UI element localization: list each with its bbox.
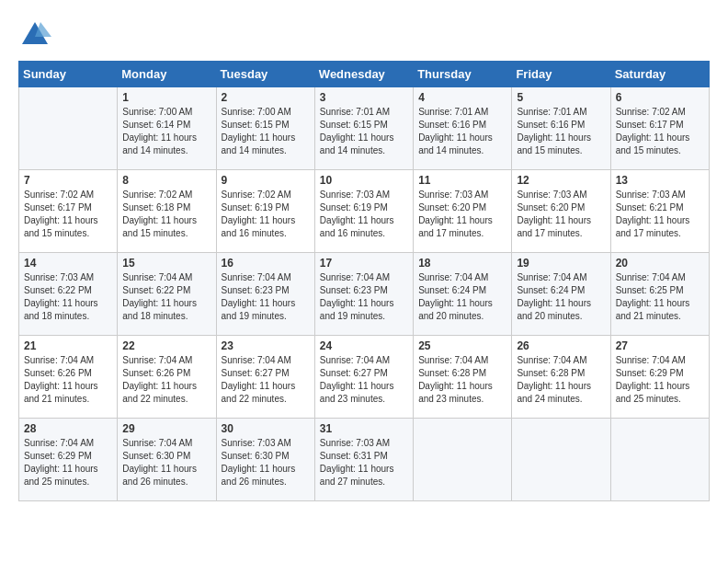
calendar-cell (414, 419, 512, 501)
calendar-cell: 16Sunrise: 7:04 AMSunset: 6:23 PMDayligh… (216, 253, 314, 336)
calendar-cell: 19Sunrise: 7:04 AMSunset: 6:24 PMDayligh… (512, 253, 610, 336)
day-number: 22 (122, 339, 210, 352)
calendar-cell: 15Sunrise: 7:04 AMSunset: 6:22 PMDayligh… (118, 253, 216, 336)
day-number: 20 (616, 257, 704, 270)
calendar-cell: 4Sunrise: 7:01 AMSunset: 6:16 PMDaylight… (414, 87, 512, 170)
day-number: 30 (222, 422, 310, 435)
day-number: 7 (24, 174, 112, 187)
calendar-cell: 11Sunrise: 7:03 AMSunset: 6:20 PMDayligh… (414, 170, 512, 253)
week-row-5: 28Sunrise: 7:04 AMSunset: 6:29 PMDayligh… (19, 419, 710, 501)
day-info: Sunrise: 7:04 AMSunset: 6:25 PMDaylight:… (616, 271, 704, 323)
calendar-cell: 9Sunrise: 7:02 AMSunset: 6:19 PMDaylight… (216, 170, 314, 253)
day-number: 19 (517, 257, 605, 270)
day-number: 23 (222, 339, 310, 352)
day-number: 2 (222, 91, 310, 104)
day-info: Sunrise: 7:03 AMSunset: 6:21 PMDaylight:… (616, 189, 704, 240)
day-number: 17 (320, 257, 408, 270)
day-number: 9 (222, 174, 310, 187)
day-number: 27 (616, 339, 704, 352)
calendar-cell: 5Sunrise: 7:01 AMSunset: 6:16 PMDaylight… (512, 87, 610, 170)
day-info: Sunrise: 7:00 AMSunset: 6:14 PMDaylight:… (122, 106, 210, 157)
logo-icon (18, 18, 51, 52)
day-number: 21 (24, 339, 112, 352)
calendar-cell: 20Sunrise: 7:04 AMSunset: 6:25 PMDayligh… (610, 253, 709, 336)
day-number: 14 (24, 257, 112, 270)
calendar-cell: 10Sunrise: 7:03 AMSunset: 6:19 PMDayligh… (314, 170, 413, 253)
col-header-sunday: Sunday (19, 62, 118, 87)
day-info: Sunrise: 7:04 AMSunset: 6:22 PMDaylight:… (122, 271, 210, 323)
day-number: 28 (24, 422, 112, 435)
day-info: Sunrise: 7:02 AMSunset: 6:17 PMDaylight:… (24, 189, 112, 240)
day-info: Sunrise: 7:02 AMSunset: 6:18 PMDaylight:… (122, 189, 210, 240)
calendar-cell: 31Sunrise: 7:03 AMSunset: 6:31 PMDayligh… (314, 419, 413, 501)
day-info: Sunrise: 7:03 AMSunset: 6:20 PMDaylight:… (418, 189, 506, 240)
calendar-cell: 26Sunrise: 7:04 AMSunset: 6:28 PMDayligh… (512, 336, 610, 419)
calendar-cell (610, 419, 709, 501)
day-number: 11 (418, 174, 506, 187)
day-info: Sunrise: 7:03 AMSunset: 6:19 PMDaylight:… (320, 189, 408, 240)
calendar-cell: 29Sunrise: 7:04 AMSunset: 6:30 PMDayligh… (118, 419, 216, 501)
page-header (18, 18, 710, 52)
day-info: Sunrise: 7:03 AMSunset: 6:20 PMDaylight:… (517, 189, 605, 240)
col-header-monday: Monday (118, 62, 216, 87)
day-number: 8 (122, 174, 210, 187)
day-number: 4 (418, 91, 506, 104)
calendar-cell: 25Sunrise: 7:04 AMSunset: 6:28 PMDayligh… (414, 336, 512, 419)
day-info: Sunrise: 7:04 AMSunset: 6:27 PMDaylight:… (222, 354, 310, 406)
day-number: 1 (122, 91, 210, 104)
day-number: 18 (418, 257, 506, 270)
day-info: Sunrise: 7:00 AMSunset: 6:15 PMDaylight:… (222, 106, 310, 157)
calendar-cell: 12Sunrise: 7:03 AMSunset: 6:20 PMDayligh… (512, 170, 610, 253)
day-info: Sunrise: 7:01 AMSunset: 6:16 PMDaylight:… (418, 106, 506, 157)
col-header-tuesday: Tuesday (216, 62, 314, 87)
day-number: 15 (122, 257, 210, 270)
col-header-thursday: Thursday (414, 62, 512, 87)
day-number: 31 (320, 422, 408, 435)
day-info: Sunrise: 7:04 AMSunset: 6:26 PMDaylight:… (24, 354, 112, 406)
day-info: Sunrise: 7:03 AMSunset: 6:30 PMDaylight:… (222, 437, 310, 488)
calendar-cell: 13Sunrise: 7:03 AMSunset: 6:21 PMDayligh… (610, 170, 709, 253)
day-number: 12 (517, 174, 605, 187)
calendar-cell: 17Sunrise: 7:04 AMSunset: 6:23 PMDayligh… (314, 253, 413, 336)
col-header-saturday: Saturday (610, 62, 709, 87)
day-number: 10 (320, 174, 408, 187)
header-row: SundayMondayTuesdayWednesdayThursdayFrid… (19, 62, 710, 87)
calendar-cell: 30Sunrise: 7:03 AMSunset: 6:30 PMDayligh… (216, 419, 314, 501)
day-info: Sunrise: 7:04 AMSunset: 6:23 PMDaylight:… (222, 271, 310, 323)
day-info: Sunrise: 7:01 AMSunset: 6:15 PMDaylight:… (320, 106, 408, 157)
calendar-cell (512, 419, 610, 501)
calendar-cell: 22Sunrise: 7:04 AMSunset: 6:26 PMDayligh… (118, 336, 216, 419)
day-info: Sunrise: 7:01 AMSunset: 6:16 PMDaylight:… (517, 106, 605, 157)
calendar-cell: 21Sunrise: 7:04 AMSunset: 6:26 PMDayligh… (19, 336, 118, 419)
calendar-cell: 14Sunrise: 7:03 AMSunset: 6:22 PMDayligh… (19, 253, 118, 336)
calendar-cell (19, 87, 118, 170)
calendar-cell: 23Sunrise: 7:04 AMSunset: 6:27 PMDayligh… (216, 336, 314, 419)
week-row-3: 14Sunrise: 7:03 AMSunset: 6:22 PMDayligh… (19, 253, 710, 336)
calendar-cell: 7Sunrise: 7:02 AMSunset: 6:17 PMDaylight… (19, 170, 118, 253)
day-info: Sunrise: 7:04 AMSunset: 6:27 PMDaylight:… (320, 354, 408, 406)
day-info: Sunrise: 7:04 AMSunset: 6:24 PMDaylight:… (418, 271, 506, 323)
day-info: Sunrise: 7:02 AMSunset: 6:17 PMDaylight:… (616, 106, 704, 157)
week-row-4: 21Sunrise: 7:04 AMSunset: 6:26 PMDayligh… (19, 336, 710, 419)
col-header-friday: Friday (512, 62, 610, 87)
day-number: 5 (517, 91, 605, 104)
day-number: 13 (616, 174, 704, 187)
day-number: 16 (222, 257, 310, 270)
week-row-1: 1Sunrise: 7:00 AMSunset: 6:14 PMDaylight… (19, 87, 710, 170)
day-info: Sunrise: 7:03 AMSunset: 6:22 PMDaylight:… (24, 271, 112, 323)
day-info: Sunrise: 7:04 AMSunset: 6:29 PMDaylight:… (24, 437, 112, 488)
day-number: 6 (616, 91, 704, 104)
day-number: 3 (320, 91, 408, 104)
day-info: Sunrise: 7:02 AMSunset: 6:19 PMDaylight:… (222, 189, 310, 240)
day-info: Sunrise: 7:04 AMSunset: 6:28 PMDaylight:… (517, 354, 605, 406)
day-info: Sunrise: 7:04 AMSunset: 6:23 PMDaylight:… (320, 271, 408, 323)
col-header-wednesday: Wednesday (314, 62, 413, 87)
day-number: 25 (418, 339, 506, 352)
calendar-cell: 6Sunrise: 7:02 AMSunset: 6:17 PMDaylight… (610, 87, 709, 170)
calendar-cell: 8Sunrise: 7:02 AMSunset: 6:18 PMDaylight… (118, 170, 216, 253)
day-info: Sunrise: 7:04 AMSunset: 6:26 PMDaylight:… (122, 354, 210, 406)
week-row-2: 7Sunrise: 7:02 AMSunset: 6:17 PMDaylight… (19, 170, 710, 253)
day-info: Sunrise: 7:03 AMSunset: 6:31 PMDaylight:… (320, 437, 408, 488)
calendar-cell: 28Sunrise: 7:04 AMSunset: 6:29 PMDayligh… (19, 419, 118, 501)
day-info: Sunrise: 7:04 AMSunset: 6:28 PMDaylight:… (418, 354, 506, 406)
